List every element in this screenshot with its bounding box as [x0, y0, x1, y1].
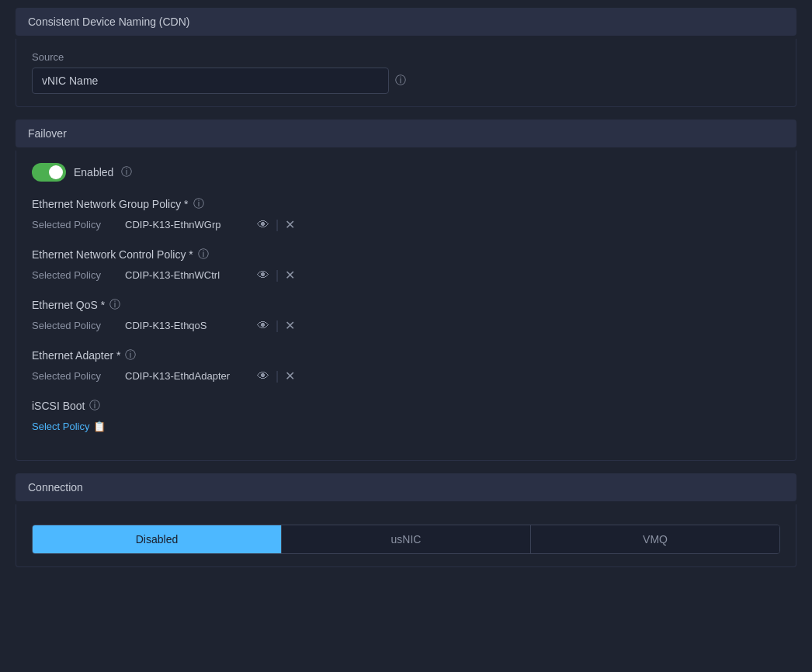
eth-adapter-info-icon[interactable]: ⓘ: [125, 348, 136, 362]
iscsi-boot-info-icon[interactable]: ⓘ: [89, 399, 100, 413]
failover-section-body: Enabled ⓘ Ethernet Network Group Policy …: [16, 151, 796, 461]
connection-section-body: Disabled usNIC VMQ: [16, 504, 796, 567]
eth-network-group-info-icon[interactable]: ⓘ: [193, 197, 204, 211]
select-policy-label: Select Policy: [32, 421, 89, 432]
eth-network-group-policy-row: Selected Policy CDIP-K13-EthnWGrp 👁 | ✕: [32, 217, 780, 232]
eth-qos-separator: |: [276, 319, 279, 333]
tab-vmq[interactable]: VMQ: [531, 525, 779, 553]
eth-qos-policy-title: Ethernet QoS * ⓘ: [32, 298, 780, 312]
eth-network-group-policy-group: Ethernet Network Group Policy * ⓘ Select…: [32, 197, 780, 232]
cdn-section-body: Source vNIC Name User Defined ⓘ: [16, 39, 796, 107]
eth-adapter-separator: |: [276, 369, 279, 383]
eth-adapter-actions: 👁 | ✕: [257, 369, 295, 383]
eth-network-control-value: CDIP-K13-EthnWCtrl: [125, 269, 249, 281]
connection-tabs: Disabled usNIC VMQ: [32, 525, 780, 554]
eth-network-control-selected-label: Selected Policy: [32, 269, 117, 281]
eth-adapter-policy-row: Selected Policy CDIP-K13-EthdAdapter 👁 |…: [32, 369, 780, 383]
select-policy-link[interactable]: Select Policy 📋: [32, 421, 780, 432]
eth-network-group-actions: 👁 | ✕: [257, 217, 295, 232]
iscsi-boot-title: iSCSI Boot ⓘ: [32, 399, 780, 413]
tab-usnic-label: usNIC: [391, 533, 422, 546]
eth-network-control-policy-group: Ethernet Network Control Policy * ⓘ Sele…: [32, 248, 780, 282]
enabled-toggle[interactable]: [32, 163, 66, 182]
eth-network-control-policy-row: Selected Policy CDIP-K13-EthnWCtrl 👁 | ✕: [32, 268, 780, 282]
eth-adapter-value: CDIP-K13-EthdAdapter: [125, 370, 249, 382]
eth-network-control-info-icon[interactable]: ⓘ: [198, 248, 209, 262]
eth-network-control-label: Ethernet Network Control Policy *: [32, 248, 193, 261]
eth-network-control-policy-title: Ethernet Network Control Policy * ⓘ: [32, 248, 780, 262]
failover-section-header: Failover: [16, 120, 796, 147]
eth-adapter-selected-label: Selected Policy: [32, 370, 117, 382]
cdn-title: Consistent Device Naming (CDN): [28, 16, 190, 28]
enabled-toggle-container: Enabled ⓘ: [32, 163, 780, 182]
failover-title: Failover: [28, 127, 67, 140]
eth-network-control-separator: |: [276, 268, 279, 282]
failover-section: Failover Enabled ⓘ Ethernet Network Grou…: [16, 120, 796, 461]
connection-title: Connection: [28, 481, 83, 494]
eth-network-group-policy-title: Ethernet Network Group Policy * ⓘ: [32, 197, 780, 211]
eth-network-group-selected-label: Selected Policy: [32, 219, 117, 230]
toggle-thumb: [49, 165, 63, 179]
eth-network-control-remove-icon[interactable]: ✕: [285, 268, 295, 282]
eth-network-group-label: Ethernet Network Group Policy *: [32, 198, 189, 210]
toggle-track: [32, 163, 66, 182]
source-label: Source: [32, 51, 780, 63]
eth-qos-info-icon[interactable]: ⓘ: [109, 298, 120, 312]
eth-qos-remove-icon[interactable]: ✕: [285, 318, 295, 333]
tab-vmq-label: VMQ: [643, 533, 668, 546]
eth-adapter-remove-icon[interactable]: ✕: [285, 369, 295, 383]
cdn-section: Consistent Device Naming (CDN) Source vN…: [16, 8, 796, 107]
eth-network-group-view-icon[interactable]: 👁: [257, 218, 269, 232]
tab-disabled[interactable]: Disabled: [33, 525, 282, 553]
source-select-wrapper: vNIC Name User Defined ⓘ: [32, 68, 780, 94]
tab-disabled-label: Disabled: [136, 533, 178, 546]
connection-section-header: Connection: [16, 473, 796, 501]
eth-network-control-actions: 👁 | ✕: [257, 268, 295, 282]
eth-adapter-policy-group: Ethernet Adapter * ⓘ Selected Policy CDI…: [32, 348, 780, 383]
eth-qos-policy-group: Ethernet QoS * ⓘ Selected Policy CDIP-K1…: [32, 298, 780, 333]
source-info-icon[interactable]: ⓘ: [395, 74, 406, 88]
eth-network-group-value: CDIP-K13-EthnWGrp: [125, 219, 249, 230]
eth-qos-actions: 👁 | ✕: [257, 318, 295, 333]
source-select[interactable]: vNIC Name User Defined: [32, 68, 389, 94]
connection-section: Connection Disabled usNIC VMQ: [16, 473, 796, 567]
eth-qos-label: Ethernet QoS *: [32, 299, 105, 311]
eth-network-group-remove-icon[interactable]: ✕: [285, 217, 295, 232]
enabled-info-icon[interactable]: ⓘ: [121, 165, 132, 179]
eth-adapter-policy-title: Ethernet Adapter * ⓘ: [32, 348, 780, 362]
eth-network-control-view-icon[interactable]: 👁: [257, 268, 269, 282]
tab-usnic[interactable]: usNIC: [282, 525, 531, 553]
eth-qos-selected-label: Selected Policy: [32, 320, 117, 331]
eth-adapter-label: Ethernet Adapter *: [32, 349, 120, 362]
eth-adapter-view-icon[interactable]: 👁: [257, 369, 269, 383]
enabled-label: Enabled: [74, 166, 113, 178]
page-container: Consistent Device Naming (CDN) Source vN…: [0, 0, 812, 587]
eth-qos-view-icon[interactable]: 👁: [257, 319, 269, 333]
cdn-section-header: Consistent Device Naming (CDN): [16, 8, 796, 36]
eth-qos-policy-row: Selected Policy CDIP-K13-EthqoS 👁 | ✕: [32, 318, 780, 333]
iscsi-boot-group: iSCSI Boot ⓘ Select Policy 📋: [32, 399, 780, 432]
iscsi-boot-label: iSCSI Boot: [32, 400, 85, 412]
eth-qos-value: CDIP-K13-EthqoS: [125, 320, 249, 331]
eth-network-group-separator: |: [276, 218, 279, 232]
select-policy-doc-icon: 📋: [93, 421, 106, 432]
